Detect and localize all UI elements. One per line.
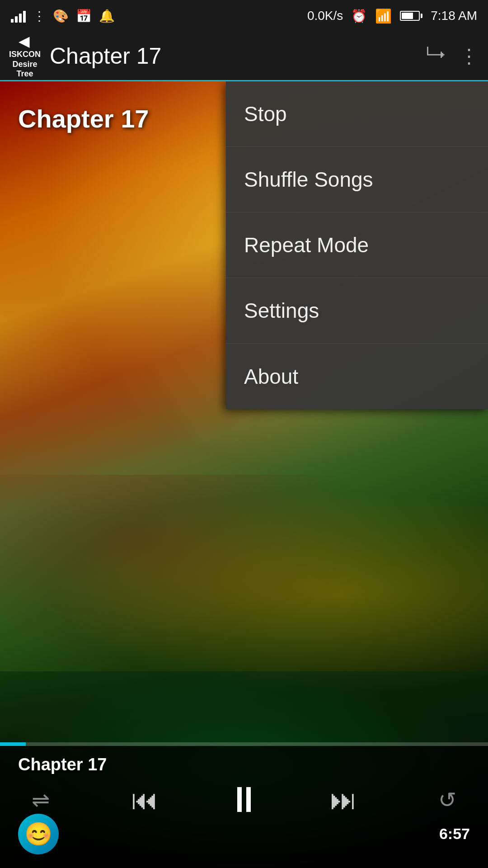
chapter-overlay: Chapter 17 bbox=[18, 104, 149, 133]
main-content: Chapter 17 Stop Shuffle Songs Repeat Mod… bbox=[0, 81, 488, 868]
status-bar: ⋮ 🎨 📅 🔔 0.0K/s ⏰ 📶 7:18 AM bbox=[0, 0, 488, 32]
repeat-button[interactable]: ↺ bbox=[425, 787, 470, 812]
back-arrow-icon[interactable]: ◀ bbox=[19, 33, 30, 50]
total-time: 6:57 bbox=[439, 825, 470, 843]
menu-item-shuffle[interactable]: Shuffle Songs bbox=[226, 147, 488, 212]
app-icon3: 🔔 bbox=[99, 9, 115, 24]
menu-item-stop-label: Stop bbox=[244, 102, 287, 126]
dropdown-menu: Stop Shuffle Songs Repeat Mode Settings … bbox=[226, 81, 488, 409]
menu-item-repeat[interactable]: Repeat Mode bbox=[226, 212, 488, 278]
page-title: Chapter 17 bbox=[50, 43, 426, 69]
logo-text-line2: Desire bbox=[12, 60, 37, 70]
app-bar: ◀ ISKCON Desire Tree Chapter 17 ⮡ ⋮ bbox=[0, 32, 488, 81]
player-time-row: 0:22 6:57 bbox=[18, 825, 470, 843]
app-logo: ◀ ISKCON Desire Tree bbox=[9, 33, 41, 79]
alarm-icon: ⏰ bbox=[351, 9, 367, 24]
status-right: 0.0K/s ⏰ 📶 7:18 AM bbox=[307, 8, 477, 24]
logo-text-line3: Tree bbox=[16, 69, 33, 79]
app-bar-actions: ⮡ ⋮ bbox=[426, 44, 479, 67]
menu-item-about[interactable]: About bbox=[226, 344, 488, 409]
menu-dots: ⋮ bbox=[33, 9, 46, 24]
network-speed: 0.0K/s bbox=[307, 9, 343, 23]
progress-bar-container[interactable] bbox=[0, 742, 488, 746]
player-controls: ⇌ ⏮ ⏸ ⏭ ↺ bbox=[18, 779, 470, 821]
logo-text-line1: ISKCON bbox=[9, 50, 41, 60]
chapter-overlay-text: Chapter 17 bbox=[18, 104, 149, 133]
battery-icon bbox=[400, 11, 422, 21]
avatar-emoji: 😊 bbox=[24, 821, 52, 847]
wifi-icon: 📶 bbox=[375, 8, 392, 24]
menu-item-stop[interactable]: Stop bbox=[226, 81, 488, 147]
menu-item-shuffle-label: Shuffle Songs bbox=[244, 167, 373, 192]
menu-item-settings[interactable]: Settings bbox=[226, 278, 488, 344]
avatar-icon[interactable]: 😊 bbox=[18, 814, 59, 854]
share-icon[interactable]: ⮡ bbox=[426, 45, 446, 67]
previous-button[interactable]: ⏮ bbox=[122, 784, 167, 816]
pause-button[interactable]: ⏸ bbox=[226, 779, 262, 821]
app-icon2: 📅 bbox=[76, 9, 92, 24]
track-name: Chapter 17 bbox=[18, 755, 470, 774]
signal-icon bbox=[11, 9, 26, 23]
time-display: 7:18 AM bbox=[431, 9, 477, 23]
shuffle-button[interactable]: ⇌ bbox=[18, 787, 63, 812]
menu-item-settings-label: Settings bbox=[244, 298, 319, 323]
menu-item-about-label: About bbox=[244, 364, 298, 389]
progress-bar-fill bbox=[0, 742, 26, 746]
app-icon1: 🎨 bbox=[53, 9, 69, 24]
overflow-menu-icon[interactable]: ⋮ bbox=[459, 44, 479, 67]
status-left: ⋮ 🎨 📅 🔔 bbox=[11, 9, 115, 24]
player-bar: Chapter 17 ⇌ ⏮ ⏸ ⏭ ↺ 0:22 6:57 bbox=[0, 746, 488, 868]
next-button[interactable]: ⏭ bbox=[321, 784, 366, 816]
menu-item-repeat-label: Repeat Mode bbox=[244, 233, 369, 257]
